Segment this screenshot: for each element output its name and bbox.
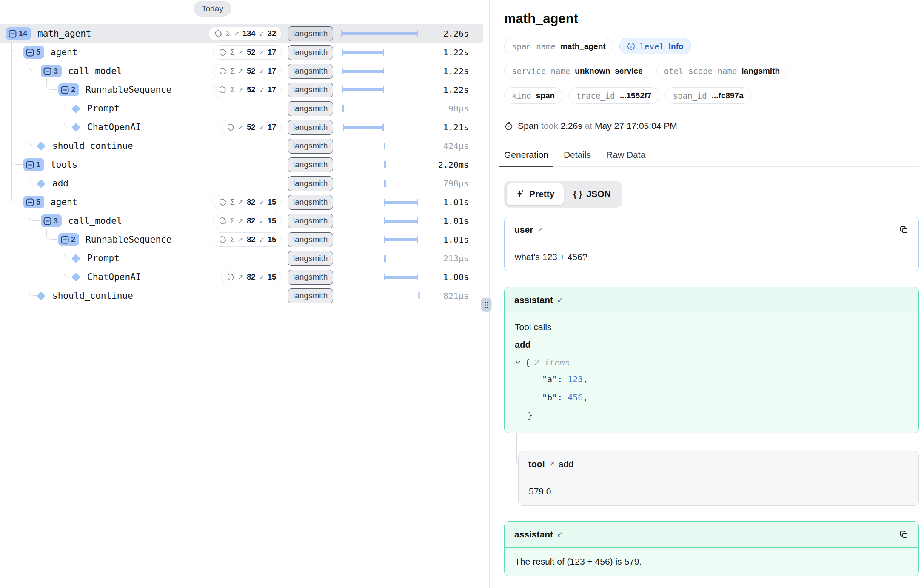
trace-tree-row[interactable]: Promptlangsmith213µs [0,249,483,268]
duration-bar-track [336,174,421,193]
span-name: agent [51,197,77,207]
meta-part: 2.26s [558,121,582,131]
tree-connector [64,98,64,123]
trace-tree-row[interactable]: ChatOpenAI↗82↙15langsmith1.00s [0,268,483,286]
tool-call-name: add [515,340,908,350]
attribute-key: span_id [673,91,707,100]
descendant-count: 1 [36,160,40,169]
role-label: user [514,225,533,235]
attribute-pill-otel_scope_name[interactable]: otel_scope_namelangsmith [656,63,787,79]
collapse-badge[interactable]: 3 [41,65,62,77]
tab-generation[interactable]: Generation [499,150,553,167]
tree-row-label: Prompt [0,253,206,263]
copy-button[interactable] [899,530,909,539]
duration-bar-fill [385,220,417,223]
provider-tag: langsmith [288,270,333,285]
attribute-pill-trace_id[interactable]: trace_id...1552f7 [568,87,659,104]
leaf-diamond-icon [71,123,80,131]
collapse-badge[interactable]: 14 [6,27,31,40]
attribute-value: langsmith [741,66,780,76]
trace-tree-row[interactable]: Promptlangsmith98µs [0,99,483,118]
span-name: RunnableSequence [86,85,171,95]
attribute-pill-span_name[interactable]: span_namemath_agent [504,38,613,54]
copy-button[interactable] [899,225,909,234]
arrow-up-right-icon: ↗ [238,67,244,75]
trace-tree-row[interactable]: 1toolslangsmith2.20ms [0,155,483,174]
arrow-down-left-icon: ↙ [259,123,264,131]
minus-square-icon [26,198,34,206]
descendant-count: 2 [71,235,75,244]
trace-tree-row[interactable]: should_continuelangsmith424µs [0,137,483,155]
minus-square-icon [43,217,51,225]
sigma-icon: Σ [230,67,235,76]
collapse-badge[interactable]: 5 [23,196,44,208]
trace-tree-row[interactable]: ChatOpenAI↗52↙17langsmith1.21s [0,118,483,137]
trace-tree-row[interactable]: 3call_modelΣ↗82↙15langsmith1.01s [0,211,483,230]
arrow-down-left-icon: ↙ [259,67,264,75]
trace-tree-row[interactable]: 14math_agentΣ↗134↙32langsmith2.26s [0,24,483,43]
duration-bar-fill [343,88,383,91]
token-usage-pill: ↗52↙17 [221,120,282,134]
trace-tree-row[interactable]: addlangsmith798µs [0,174,483,193]
attribute-pill-kind[interactable]: kindspan [504,87,562,104]
chevron-down-icon[interactable] [515,359,521,365]
collapse-badge[interactable]: 2 [58,83,79,96]
arrow-up-right-icon: ↗ [537,225,543,234]
sigma-icon: Σ [230,198,235,207]
output-tokens: 15 [268,217,276,225]
attribute-pill-service_name[interactable]: service_nameunknown_service [504,63,650,79]
trace-tree-row[interactable]: 3call_modelΣ↗52↙17langsmith1.22s [0,62,483,80]
duration-bar [384,274,418,280]
message-card-user: user ↗ what's 123 + 456? [504,217,919,271]
collapse-badge[interactable]: 3 [41,214,62,227]
meta-part: Span [518,121,539,131]
span-meta-text: Span took 2.26s at May 27 17:05:04 PM [518,121,677,131]
view-format-toggle: Pretty{ }JSON [504,181,622,208]
tree-connector [29,210,29,291]
panel-resizer[interactable] [483,0,490,588]
braces-icon: { } [573,189,582,199]
attribute-pill-span_id[interactable]: span_id...fc897a [665,87,751,104]
provider-chip-column: langsmith [282,251,336,266]
duration-bar-track [336,193,421,211]
message-card-assistant-final: assistant ↙ The result of (123 + 456) is… [504,521,919,576]
tool-calls-label: Tool calls [515,322,908,332]
provider-tag: langsmith [288,64,333,79]
drag-handle-icon[interactable] [481,298,492,312]
sigma-icon: Σ [230,235,235,244]
duration-bar-track [336,118,421,137]
token-usage-pill: Σ↗82↙15 [213,195,282,209]
trace-tree-row[interactable]: 2RunnableSequenceΣ↗52↙17langsmith1.22s [0,80,483,99]
duration-bar-fill [385,201,417,204]
today-button[interactable]: Today [194,1,231,17]
provider-chip-column: langsmith [282,64,336,79]
duration-bar-track [336,43,421,62]
trace-tree-row[interactable]: should_continuelangsmith821µs [0,286,483,305]
duration-bar-track [336,137,421,155]
minus-square-icon [26,49,34,57]
view-toggle-json[interactable]: { }JSON [565,183,620,205]
collapse-badge[interactable]: 2 [58,233,79,246]
level-badge[interactable]: levelInfo [619,38,691,54]
tab-details[interactable]: Details [559,150,596,167]
duration-bar-fill [343,51,383,54]
trace-tree-row[interactable]: 5agentΣ↗52↙17langsmith1.22s [0,43,483,62]
tree-row-label: Prompt [0,103,206,114]
trace-tree-row[interactable]: 5agentΣ↗82↙15langsmith1.01s [0,193,483,211]
collapse-badge[interactable]: 5 [23,46,44,59]
collapse-badge[interactable]: 1 [23,158,44,171]
descendant-count: 3 [54,67,58,76]
duration-label: 1.22s [421,47,469,57]
trace-tree-row[interactable]: 2RunnableSequenceΣ↗82↙15langsmith1.01s [0,230,483,249]
input-tokens: 82 [247,217,255,225]
view-toggle-pretty[interactable]: Pretty [507,183,564,205]
token-usage-pill: Σ↗52↙17 [213,64,282,78]
token-usage-pill: Σ↗52↙17 [213,45,282,60]
input-tokens: 52 [247,123,255,132]
input-tokens: 82 [247,198,255,207]
indent-guide [527,372,527,405]
duration-bar [342,68,384,74]
minus-square-icon [43,67,51,75]
coin-icon [226,273,235,281]
tab-raw-data[interactable]: Raw Data [601,150,650,167]
